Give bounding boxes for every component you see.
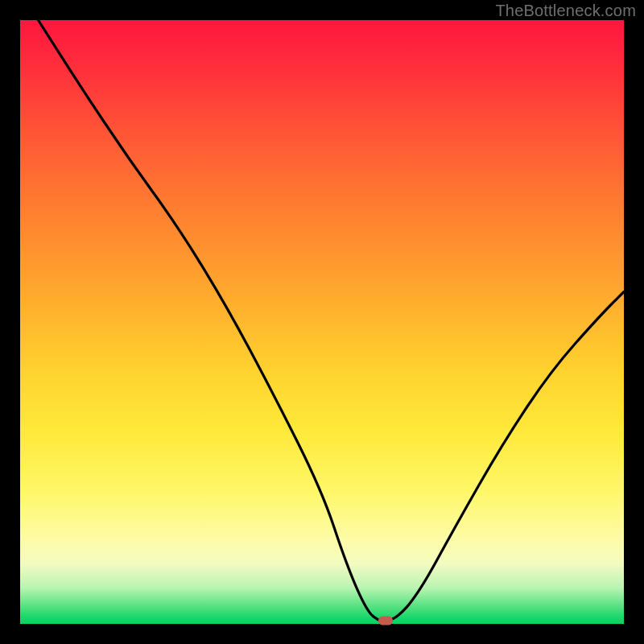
bottleneck-curve [20, 20, 624, 624]
chart-frame: TheBottleneck.com [0, 0, 644, 644]
attribution-label: TheBottleneck.com [495, 2, 636, 20]
plot-area [20, 20, 624, 624]
optimum-marker [378, 616, 393, 625]
